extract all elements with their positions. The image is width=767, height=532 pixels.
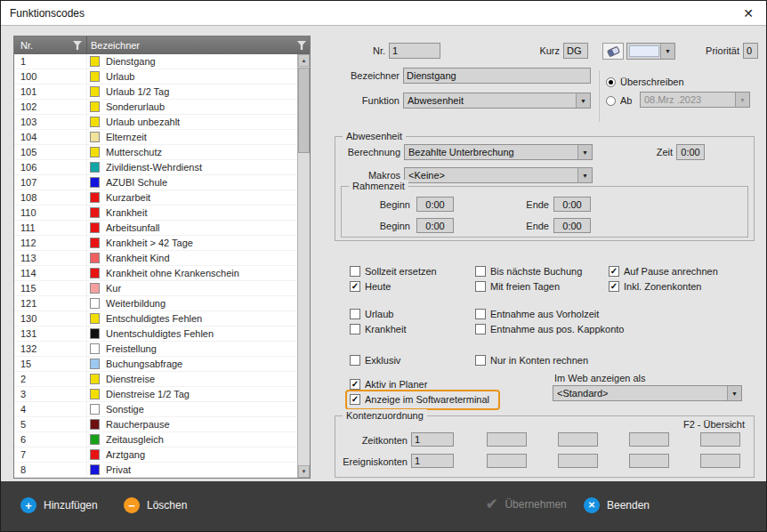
scroll-down-icon[interactable]: ▼	[298, 465, 310, 478]
prioritaet-field[interactable]: 0	[743, 43, 758, 59]
konten-field[interactable]: 1	[411, 454, 454, 468]
checkbox-box	[475, 266, 486, 277]
bezeichner-field[interactable]: Dienstgang	[403, 68, 591, 84]
list-item[interactable]: 5Raucherpause	[14, 417, 297, 432]
list-scrollbar[interactable]: ▲ ▼	[297, 54, 310, 478]
checkbox[interactable]: Bis nächste Buchung	[475, 263, 624, 278]
list-item[interactable]: 112Krankheit > 42 Tage	[14, 236, 297, 251]
checkbox[interactable]: Entnahme aus pos. Kappkonto	[475, 321, 624, 336]
list-item[interactable]: 115Kur	[14, 281, 297, 296]
beginn-field[interactable]: 0:00	[416, 197, 454, 212]
list-item[interactable]: 4Sonstige	[14, 402, 297, 417]
radio-ueberschreiben[interactable]: Überschreiben	[606, 76, 684, 88]
ende-field[interactable]: 0:00	[553, 218, 591, 233]
konten-field[interactable]: 1	[411, 432, 454, 447]
checkbox[interactable]: ✓Anzeige im Softwareterminal	[350, 391, 489, 407]
checkbox-label: Urlaub	[365, 309, 393, 319]
list-item[interactable]: 1Dienstgang	[14, 54, 297, 69]
konten-field[interactable]	[487, 432, 527, 447]
color-picker[interactable]: ▼	[626, 43, 675, 60]
list-item[interactable]: 102Sonderurlaub	[14, 100, 297, 115]
list-item[interactable]: 105Mutterschutz	[14, 145, 297, 160]
list-item[interactable]: 106Zivildienst-Wehrdienst	[14, 160, 297, 175]
checkbox[interactable]: ✓Auf Pause anrechnen	[609, 263, 718, 278]
color-chip	[90, 374, 100, 384]
list-item[interactable]: 8Privat	[14, 463, 297, 478]
list-item[interactable]: 104Elternzeit	[14, 130, 297, 145]
funktion-select[interactable]: Abwesenheit ▼	[403, 93, 591, 109]
list-item[interactable]: 101Urlaub 1/2 Tag	[14, 85, 297, 100]
konten-field[interactable]	[558, 454, 598, 468]
checkbox-label: Heute	[365, 281, 391, 292]
checkbox[interactable]: Sollzeit ersetzen	[350, 263, 489, 278]
checkbox[interactable]: ✓Heute	[350, 278, 489, 294]
delete-button[interactable]: − Löschen	[124, 497, 187, 513]
checkbox[interactable]: Urlaub	[350, 306, 489, 321]
filter-icon[interactable]	[297, 41, 306, 50]
list-item-label: Kur	[106, 283, 121, 294]
checkbox[interactable]: Entnahme aus Vorholzeit	[475, 306, 624, 321]
dropdown-arrow-icon[interactable]: ▼	[576, 93, 590, 108]
list-item[interactable]: 110Krankheit	[14, 206, 297, 221]
eraser-button[interactable]	[602, 43, 624, 60]
list-item[interactable]: 103Urlaub unbezahlt	[14, 115, 297, 130]
dropdown-arrow-icon[interactable]: ▼	[727, 386, 741, 400]
list-item[interactable]: 2Dienstreise	[14, 372, 297, 387]
list-item[interactable]: 131Unentschuldigtes Fehlen	[14, 326, 297, 342]
color-chip	[90, 283, 100, 294]
list-item[interactable]: 6Zeitausgleich	[14, 432, 297, 447]
beginn-field[interactable]: 0:00	[416, 218, 454, 233]
checkbox[interactable]: Mit freien Tagen	[475, 278, 624, 294]
checkbox-label: Sollzeit ersetzen	[365, 266, 437, 277]
ab-date-select[interactable]: 08.Mrz .2023 ▼	[640, 92, 750, 108]
konten-field[interactable]	[629, 454, 669, 468]
kurz-field[interactable]: DG	[563, 43, 588, 59]
checkbox[interactable]: Krankheit	[350, 321, 489, 336]
dropdown-arrow-icon[interactable]: ▼	[660, 44, 674, 59]
list-item[interactable]: 113Krankheit Kind	[14, 251, 297, 266]
list-item[interactable]: 111Arbeitsunfall	[14, 221, 297, 236]
column-header-bezeichner[interactable]: Bezeichner	[87, 36, 310, 54]
list-item-nr: 132	[14, 342, 87, 356]
cb-col2: Bis nächste BuchungMit freien TagenEntna…	[475, 263, 624, 376]
konten-field[interactable]	[558, 432, 598, 447]
konten-field[interactable]	[700, 432, 740, 447]
konten-field[interactable]	[700, 454, 740, 468]
konten-field[interactable]	[487, 454, 527, 468]
scroll-up-icon[interactable]: ▲	[298, 54, 310, 67]
zeit-field[interactable]: 0:00	[676, 144, 705, 160]
column-header-nr-label: Nr.	[20, 40, 33, 51]
close-icon[interactable]: ✕	[743, 6, 754, 20]
checkbox[interactable]: ✓Inkl. Zonenkonten	[609, 278, 718, 294]
ende-field[interactable]: 0:00	[553, 197, 591, 212]
list-item[interactable]: 108Kurzarbeit	[14, 190, 297, 206]
list-item[interactable]: 15Buchungsabfrage	[14, 357, 297, 372]
list-item[interactable]: 121Weiterbildung	[14, 296, 297, 311]
list-item[interactable]: 7Arztgang	[14, 447, 297, 463]
list-item-label: Urlaub	[106, 71, 134, 82]
close-dialog-button[interactable]: ✕ Beenden	[584, 497, 650, 513]
konten-field[interactable]	[629, 432, 669, 447]
nr-field[interactable]: 1	[389, 43, 440, 59]
list-item[interactable]: 100Urlaub	[14, 69, 297, 85]
checkbox[interactable]: Nur in Konten rechnen	[475, 352, 624, 367]
list-item[interactable]: 130Entschuldigtes Fehlen	[14, 311, 297, 326]
add-button[interactable]: + Hinzufügen	[20, 497, 98, 513]
scroll-thumb[interactable]	[298, 68, 310, 153]
dropdown-arrow-icon[interactable]: ▼	[577, 168, 592, 182]
checkbox[interactable]: Exklusiv	[350, 352, 489, 367]
list-item[interactable]: 132Freistellung	[14, 342, 297, 357]
list-item-label: Dienstgang	[106, 56, 156, 67]
im-web-select[interactable]: <Standard> ▼	[553, 385, 742, 401]
dropdown-arrow-icon[interactable]: ▼	[577, 145, 592, 159]
list-item[interactable]: 3Dienstreise 1/2 Tag	[14, 387, 297, 402]
radio-ab[interactable]: Ab	[606, 94, 632, 107]
list-item[interactable]: 107AZUBI Schule	[14, 175, 297, 190]
makros-select[interactable]: <Keine> ▼	[404, 167, 593, 183]
filter-icon[interactable]	[73, 41, 82, 50]
column-header-nr[interactable]: Nr.	[14, 36, 87, 54]
list-item[interactable]: 114Krankheit ohne Krankenschein	[14, 266, 297, 281]
berechnung-select[interactable]: Bezahlte Unterbrechung ▼	[404, 144, 593, 160]
checkbox[interactable]: ✓Aktiv in Planer	[350, 376, 489, 391]
apply-button[interactable]: ✔ Übernehmen	[486, 497, 567, 512]
